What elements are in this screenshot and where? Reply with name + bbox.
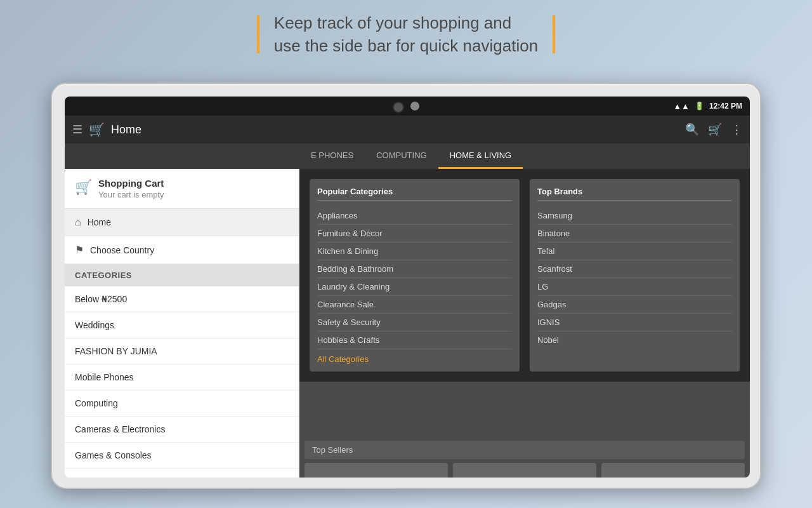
main-layout: 🛒 Shopping Cart Your cart is empty ⌂ Hom… — [65, 169, 750, 478]
caption-line1: Keep track of your shopping and — [274, 13, 511, 32]
sidebar-shopping-cart: 🛒 Shopping Cart Your cart is empty — [65, 169, 299, 209]
tab-home-living[interactable]: HOME & LIVING — [438, 144, 523, 169]
sidebar-item-country[interactable]: ⚑ Choose Country — [65, 236, 299, 264]
cart-header-icon[interactable]: 🛒 — [708, 123, 722, 137]
sidebar: 🛒 Shopping Cart Your cart is empty ⌂ Hom… — [65, 169, 299, 478]
all-categories-link[interactable]: All Categories — [317, 354, 512, 364]
screen: ▲▲ 🔋 12:42 PM ☰ 🛒 Home 🔍 🛒 ⋮ E PHONES CO… — [65, 97, 750, 478]
category-furniture[interactable]: Furniture & Décor — [317, 225, 512, 243]
top-sellers-label: Top Sellers — [312, 445, 353, 455]
sidebar-country-label: Choose Country — [90, 245, 154, 255]
home-icon: ⌂ — [75, 217, 81, 228]
sidebar-item-weddings[interactable]: Weddings — [65, 312, 299, 338]
brand-tefal[interactable]: Tefal — [537, 243, 732, 260]
brand-binatone[interactable]: Binatone — [537, 225, 732, 243]
header-actions: 🔍 🛒 ⋮ — [685, 123, 742, 137]
sidebar-item-below2500[interactable]: Below ₦2500 — [65, 286, 299, 312]
tab-phones[interactable]: E PHONES — [299, 144, 365, 169]
header-title: Home — [111, 123, 679, 137]
tab-computing[interactable]: COMPUTING — [365, 144, 438, 169]
app-header: ☰ 🛒 Home 🔍 🛒 ⋮ — [65, 116, 750, 144]
tab-bar: E PHONES COMPUTING HOME & LIVING — [65, 144, 750, 169]
caption-line2: use the side bar for quick navigation — [274, 36, 538, 55]
top-caption: Keep track of your shopping and use the … — [0, 11, 812, 58]
category-clearance[interactable]: Clearance Sale — [317, 296, 512, 314]
category-laundry[interactable]: Laundry & Cleaning — [317, 278, 512, 296]
sidebar-item-mobile-phones[interactable]: Mobile Phones — [65, 364, 299, 391]
category-appliances[interactable]: Appliances — [317, 207, 512, 225]
brand-nobel[interactable]: Nobel — [537, 331, 732, 349]
categories-header: CATEGORIES — [65, 264, 299, 286]
accent-bar-right — [553, 15, 555, 53]
dot-2 — [410, 102, 419, 110]
page-dots — [393, 102, 419, 113]
sidebar-item-home-office[interactable]: Home & Office — [65, 469, 299, 478]
tablet-frame: ▲▲ 🔋 12:42 PM ☰ 🛒 Home 🔍 🛒 ⋮ E PHONES CO… — [51, 83, 761, 489]
category-kitchen[interactable]: Kitchen & Dining — [317, 243, 512, 260]
brand-gadgas[interactable]: Gadgas — [537, 296, 732, 314]
shopping-cart-subtitle: Your cart is empty — [98, 190, 164, 199]
top-brands-col: Top Brands Samsung Binatone Tefal Scanfr… — [530, 179, 740, 371]
cart-logo-icon: 🛒 — [89, 122, 105, 137]
search-icon[interactable]: 🔍 — [685, 123, 699, 137]
seller-item-1 — [304, 463, 448, 478]
category-safety[interactable]: Safety & Security — [317, 314, 512, 331]
status-time: 12:42 PM — [709, 102, 742, 110]
brand-samsung[interactable]: Samsung — [537, 207, 732, 225]
sidebar-item-fashion[interactable]: FASHION BY JUMIA — [65, 338, 299, 364]
content-area: Popular Categories Appliances Furniture … — [299, 169, 750, 478]
sidebar-item-home[interactable]: ⌂ Home — [65, 209, 299, 236]
dropdown-overlay: Popular Categories Appliances Furniture … — [299, 169, 750, 382]
more-options-icon[interactable]: ⋮ — [731, 123, 742, 137]
category-bedding[interactable]: Bedding & Bathroom — [317, 260, 512, 278]
wifi-icon: ▲▲ — [673, 102, 690, 111]
brand-scanfrost[interactable]: Scanfrost — [537, 260, 732, 278]
sidebar-home-label: Home — [88, 217, 111, 227]
shopping-cart-title: Shopping Cart — [98, 178, 164, 189]
top-brands-title: Top Brands — [537, 187, 732, 201]
top-sellers-bar: Top Sellers — [304, 441, 745, 459]
seller-items-row — [304, 463, 745, 478]
brand-ignis[interactable]: IGNIS — [537, 314, 732, 331]
sidebar-item-computing[interactable]: Computing — [65, 391, 299, 417]
battery-icon: 🔋 — [695, 102, 704, 110]
menu-icon[interactable]: ☰ — [72, 123, 82, 137]
seller-item-2 — [453, 463, 596, 478]
brand-lg[interactable]: LG — [537, 278, 732, 296]
sidebar-item-cameras[interactable]: Cameras & Electronics — [65, 417, 299, 443]
dot-1 — [393, 102, 404, 113]
sidebar-item-games[interactable]: Games & Consoles — [65, 443, 299, 469]
popular-categories-title: Popular Categories — [317, 187, 512, 201]
caption-text: Keep track of your shopping and use the … — [274, 11, 538, 58]
category-hobbies[interactable]: Hobbies & Crafts — [317, 331, 512, 349]
cart-icon-sidebar: 🛒 — [75, 179, 92, 196]
shopping-cart-text: Shopping Cart Your cart is empty — [98, 178, 164, 199]
promo-section: Top Sellers — [299, 436, 750, 478]
popular-categories-col: Popular Categories Appliances Furniture … — [310, 179, 520, 371]
seller-item-3 — [601, 463, 745, 478]
accent-bar-left — [257, 15, 259, 53]
flag-icon: ⚑ — [75, 244, 84, 256]
